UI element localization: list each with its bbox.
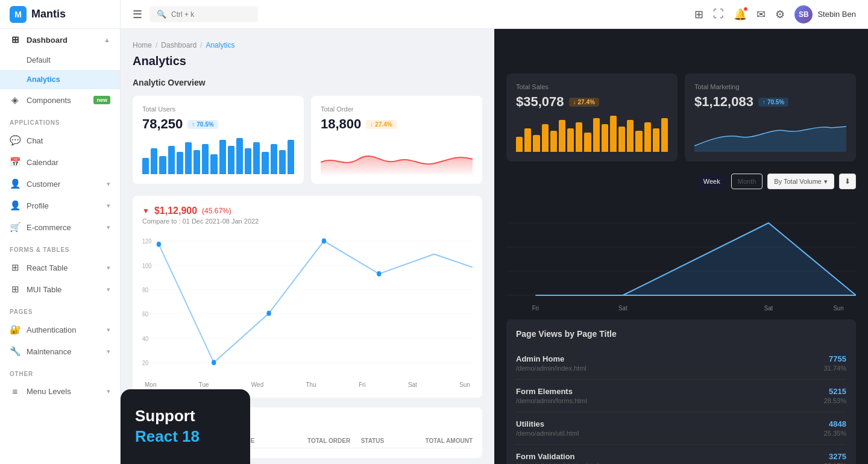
sidebar-item-profile[interactable]: 👤 Profile ▾ (0, 195, 120, 216)
bar (185, 142, 192, 174)
grid-icon[interactable]: ⊞ (694, 8, 703, 21)
stat-cards-light: Total Users 78,250 ↑ 70.5% Total Order (133, 96, 482, 184)
svg-point-14 (266, 311, 271, 316)
arrow-down-icon: ↓ (573, 99, 576, 105)
menu-toggle-icon[interactable]: ☰ (133, 8, 142, 21)
chevron-down-icon: ▾ (107, 387, 110, 395)
sidebar-item-maintenance[interactable]: 🔧 Maintenance ▾ (0, 340, 120, 362)
sidebar-item-label: E-commerce (27, 223, 71, 232)
sidebar-item-label: MUI Table (27, 285, 61, 294)
chevron-down-icon: ▾ (107, 348, 110, 356)
sidebar-item-calendar[interactable]: 📅 Calendar (0, 151, 120, 173)
breadcrumb-dashboard[interactable]: Dashboard (161, 41, 197, 49)
svg-text:Sat: Sat (764, 305, 773, 312)
user-name: Stebin Ben (817, 10, 856, 19)
settings-icon[interactable]: ⚙ (775, 8, 785, 21)
bar (142, 158, 149, 174)
search-box[interactable]: 🔍 (149, 6, 258, 22)
col-total-order: TOTAL ORDER (307, 437, 356, 444)
bar (550, 131, 557, 152)
sidebar-item-label: Chat (27, 136, 43, 145)
sidebar-item-default[interactable]: Default (0, 51, 120, 70)
avatar: SB (794, 5, 813, 24)
mail-icon[interactable]: ✉ (756, 8, 766, 21)
pv-title-3: Form Validation (516, 452, 599, 461)
svg-text:80: 80 (142, 286, 149, 293)
topbar: ☰ 🔍 ⊞ ⛶ 🔔 ✉ ⚙ SB Stebin Ben (121, 0, 868, 29)
stat-badge-users: ↑ 70.5% (187, 120, 218, 129)
sidebar-item-label: Dashboard (27, 36, 68, 45)
sidebar-item-authentication[interactable]: 🔐 Authentication ▾ (0, 319, 120, 340)
pv-title-2: Utilities (516, 419, 579, 428)
pv-pct-0: 31.74% (824, 365, 846, 372)
forms-section: Forms & Tables (0, 238, 120, 257)
breadcrumb: Home / Dashboard / Analytics (133, 41, 482, 49)
sidebar-item-label: Authentication (27, 325, 76, 334)
page-view-item: Form Validation /demo/admin/validation.h… (516, 445, 846, 464)
sidebar-item-menu-levels[interactable]: ≡ Menu Levels ▾ (0, 381, 120, 402)
react-table-icon: ⊞ (10, 262, 20, 273)
sidebar-item-label: Profile (27, 201, 49, 210)
x-label-sun: Sun (459, 381, 470, 388)
sidebar-item-analytics[interactable]: Analytics (0, 70, 120, 89)
pv-title-1: Form Elements (516, 387, 587, 396)
sidebar-item-dashboard[interactable]: ⊞ Dashboard ▲ (0, 29, 120, 51)
stat-label-sales: Total Sales (516, 83, 668, 90)
sidebar-logo[interactable]: M Mantis (0, 0, 120, 29)
breadcrumb-sep: / (156, 41, 157, 49)
notification-icon[interactable]: 🔔 (734, 8, 747, 21)
svg-point-13 (212, 360, 216, 365)
other-section: Other (0, 362, 120, 381)
stat-label-marketing: Total Marketing (694, 83, 846, 90)
pv-url-0: /demo/admin/index.html (516, 365, 587, 372)
income-compare: Compare to : 01 Dec 2021-08 Jan 2022 (142, 218, 259, 225)
pv-url-1: /demo/admin/forms.html (516, 397, 587, 404)
search-icon: 🔍 (157, 10, 166, 19)
x-label-wed: Wed (251, 381, 263, 388)
svg-marker-21 (535, 223, 856, 295)
week-button[interactable]: Week (697, 174, 726, 189)
sidebar-item-customer[interactable]: 👤 Customer ▾ (0, 173, 120, 195)
sidebar-item-mui-table[interactable]: ⊞ MUI Table ▾ (0, 278, 120, 300)
bar (567, 128, 574, 152)
logo-icon: M (10, 6, 27, 23)
stat-badge-orders: ↓ 27.4% (366, 120, 396, 129)
page-view-item: Form Elements /demo/admin/forms.html 521… (516, 380, 846, 412)
stat-card-orders: Total Order 18,800 ↓ 27.4% (311, 96, 482, 184)
fullscreen-icon[interactable]: ⛶ (713, 8, 724, 20)
sidebar: M Mantis ⊞ Dashboard ▲ Default Analytics… (0, 0, 121, 464)
svg-point-12 (157, 242, 161, 247)
income-stat: ▼ $1,12,900 (45.67%) (142, 205, 259, 216)
bar (584, 133, 591, 152)
calendar-icon: 📅 (10, 157, 20, 168)
chevron-down-icon: ▾ (107, 202, 110, 210)
sidebar-item-label: React Table (27, 263, 68, 272)
chevron-down-icon: ▾ (107, 224, 110, 231)
pages-section: Pages (0, 300, 120, 319)
chevron-up-icon: ▲ (104, 36, 110, 43)
bar (533, 135, 539, 152)
sidebar-item-ecommerce[interactable]: 🛒 E-commerce ▾ (0, 216, 120, 238)
dashboard-icon: ⊞ (10, 34, 20, 45)
sidebar-item-label: Analytics (27, 75, 60, 84)
download-button[interactable]: ⬇ (839, 174, 856, 189)
sidebar-item-react-table[interactable]: ⊞ React Table ▾ (0, 257, 120, 278)
stat-card-users: Total Users 78,250 ↑ 70.5% (133, 96, 304, 184)
support-popup[interactable]: Support React 18 (121, 389, 250, 464)
sidebar-item-label: Customer (27, 180, 60, 189)
sidebar-item-chat[interactable]: 💬 Chat (0, 130, 120, 151)
volume-button[interactable]: By Total Volume ▾ (767, 174, 834, 189)
svg-text:Fri: Fri (532, 305, 539, 312)
breadcrumb-current: Analytics (206, 41, 234, 49)
ecommerce-icon: 🛒 (10, 222, 20, 233)
bar (279, 150, 286, 174)
breadcrumb-home[interactable]: Home (133, 41, 152, 49)
sidebar-item-components[interactable]: ◈ Components new (0, 89, 120, 111)
bar (516, 137, 523, 152)
bar (202, 144, 209, 174)
bar (653, 128, 659, 152)
search-input[interactable] (171, 10, 244, 19)
chat-icon: 💬 (10, 135, 20, 146)
user-avatar-area[interactable]: SB Stebin Ben (794, 5, 856, 24)
month-button[interactable]: Month (731, 174, 763, 189)
